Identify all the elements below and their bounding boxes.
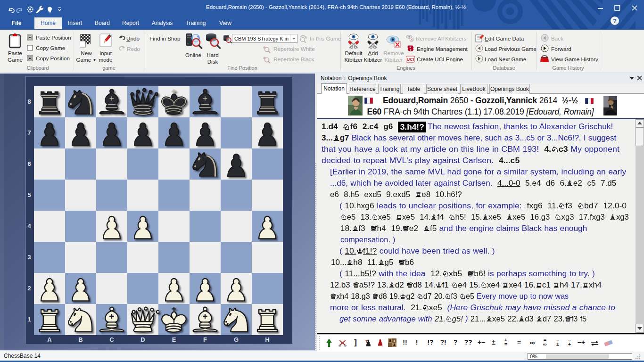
svg-text:,: , bbox=[382, 344, 383, 347]
svg-text:?: ? bbox=[613, 17, 617, 25]
svg-text:UCI: UCI bbox=[407, 57, 414, 62]
